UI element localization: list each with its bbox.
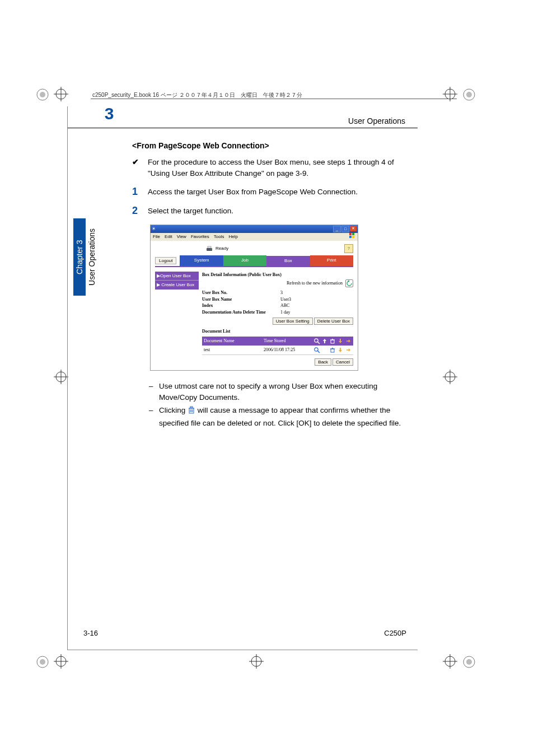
download-icon[interactable] (337, 338, 344, 344)
window-titlebar: ☀ _ □ ✕ (151, 225, 358, 233)
check-text: For the procedure to access the User Box… (148, 157, 406, 179)
svg-point-16 (37, 656, 48, 668)
crop-target-icon (35, 654, 50, 670)
svg-point-1 (40, 92, 45, 97)
note-text: Clicking will cause a message to appear … (159, 405, 406, 428)
col-document-name: Document Name (204, 338, 264, 344)
tab-system[interactable]: System (180, 255, 223, 266)
sidebar-create-user-box[interactable]: ▶ Create User Box (155, 281, 199, 290)
label-index: Index (202, 302, 280, 309)
svg-point-5 (445, 89, 455, 99)
ready-label: Ready (216, 245, 228, 252)
document-row: test 2006/11/08 17:25 (202, 346, 353, 355)
refresh-icon[interactable] (345, 279, 353, 287)
upload-icon[interactable] (321, 347, 328, 353)
header-rule (91, 99, 457, 99)
upload-icon[interactable] (321, 338, 328, 344)
checkmark-icon: ✔ (132, 157, 148, 179)
preview-icon[interactable] (313, 338, 320, 344)
svg-point-10 (56, 372, 66, 382)
cancel-button[interactable]: Cancel (332, 358, 353, 366)
crosshair-icon (443, 370, 457, 384)
printer-icon (205, 246, 213, 252)
svg-line-37 (318, 342, 320, 344)
back-button[interactable]: Back (315, 358, 331, 366)
dash-marker: – (149, 381, 159, 403)
svg-point-41 (315, 348, 318, 351)
value-user-box-no: 3 (280, 290, 283, 296)
model-label: C250P (384, 629, 406, 637)
label-auto-delete: Documentation Auto Delete Time (202, 309, 280, 316)
crosshair-icon (54, 654, 68, 669)
download-icon[interactable] (337, 347, 344, 353)
move-icon[interactable] (345, 347, 352, 353)
delete-user-box-button[interactable]: Delete User Box (314, 318, 353, 325)
svg-rect-31 (349, 236, 352, 238)
embedded-screenshot: ☀ _ □ ✕ File Edit View Favorites Tools H… (150, 225, 358, 371)
svg-line-42 (318, 351, 320, 353)
minimize-icon[interactable]: _ (333, 226, 341, 232)
trash-icon (188, 405, 195, 418)
crop-target-icon (35, 87, 50, 102)
crosshair-icon (443, 87, 457, 101)
maximize-icon[interactable]: □ (341, 226, 349, 232)
doc-name: test (204, 347, 264, 353)
windows-flag-icon (349, 232, 355, 241)
menu-favorites[interactable]: Favorites (191, 234, 209, 240)
menu-edit[interactable]: Edit (165, 234, 172, 240)
preview-icon[interactable] (313, 347, 320, 353)
tab-box[interactable]: Box (266, 255, 310, 266)
crosshair-icon (443, 654, 457, 669)
svg-rect-29 (349, 233, 352, 235)
svg-point-8 (463, 89, 475, 100)
ie-icon: ☀ (152, 226, 156, 232)
svg-rect-38 (331, 340, 334, 343)
running-header: User Operations (348, 116, 405, 125)
crosshair-icon (249, 654, 264, 669)
svg-rect-51 (190, 407, 193, 408)
svg-point-21 (251, 656, 261, 666)
step-text: Select the target function. (148, 206, 233, 217)
svg-rect-32 (352, 236, 354, 238)
tab-print[interactable]: Print (310, 255, 353, 266)
crop-target-icon (461, 654, 477, 670)
menu-view[interactable]: View (177, 234, 186, 240)
logout-button[interactable]: Logout (155, 257, 176, 264)
close-icon[interactable]: ✕ (350, 226, 357, 231)
label-user-box-name: User Box Name (202, 296, 280, 303)
dash-marker: – (149, 405, 159, 428)
svg-point-36 (315, 339, 318, 342)
step-number: 1 (132, 186, 148, 198)
sidebar-open-user-box[interactable]: ▶Open User Box (155, 272, 199, 281)
step-number: 2 (132, 206, 148, 217)
help-icon[interactable]: ? (344, 244, 353, 253)
menu-file[interactable]: File (153, 234, 160, 240)
section-heading: <From PageScope Web Connection> (132, 140, 406, 151)
document-list-title: Document List (202, 329, 230, 334)
svg-point-13 (445, 372, 455, 382)
side-tab: Chapter 3 User Operations (73, 218, 98, 296)
svg-rect-34 (208, 246, 211, 248)
svg-point-18 (56, 656, 66, 666)
svg-point-2 (56, 89, 66, 99)
svg-point-9 (466, 92, 472, 97)
note-text: Use utmost care not to specify a wrong U… (159, 381, 406, 403)
user-box-setting-button[interactable]: User Box Setting (273, 318, 313, 325)
trash-icon[interactable] (329, 347, 336, 353)
chapter-number: 3 (99, 103, 120, 124)
svg-rect-30 (352, 233, 354, 235)
menu-help[interactable]: Help (228, 234, 237, 240)
move-icon[interactable] (345, 338, 352, 344)
svg-point-0 (37, 89, 48, 100)
crosshair-icon (54, 87, 68, 101)
trash-icon[interactable] (329, 338, 336, 344)
svg-point-24 (445, 656, 455, 666)
menu-tools[interactable]: Tools (214, 234, 224, 240)
value-auto-delete: 1 day (280, 309, 291, 316)
svg-point-35 (210, 249, 212, 250)
value-index: ABC (280, 302, 289, 309)
svg-rect-43 (331, 349, 334, 352)
panel-title: Box Detail Information (Public User Box) (202, 272, 353, 278)
browser-menubar: File Edit View Favorites Tools Help (151, 233, 358, 241)
tab-job[interactable]: Job (223, 255, 266, 266)
